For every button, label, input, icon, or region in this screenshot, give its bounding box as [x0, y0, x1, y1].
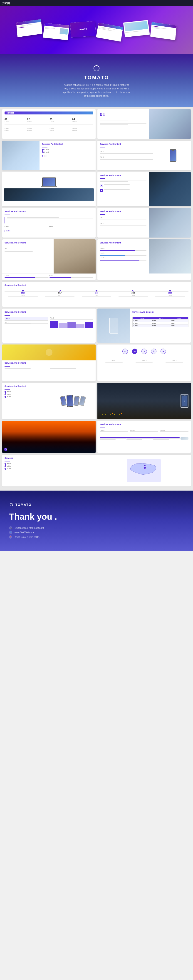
top-bar-logo: 万户图	[2, 2, 10, 5]
svg-point-1	[5, 449, 6, 450]
stat-label-d: d.labels	[72, 121, 93, 123]
slide-connet[interactable]: CONNET 01 a.labels 02 b.labels 03 c.labe…	[2, 109, 96, 139]
ty-brand-name: TOMATO	[16, 503, 32, 506]
slide-city-night[interactable]: ◎	[97, 383, 191, 419]
top-bar: 万户图	[0, 0, 193, 6]
slides-row-7: Services And Content Title 1 Title 2 Tit…	[2, 309, 191, 343]
slides-row-1: CONNET 01 a.labels 02 b.labels 03 c.labe…	[2, 109, 191, 139]
brand-logo-icon	[92, 63, 101, 72]
brand-description: Youth is not a time of life, it is a sta…	[62, 83, 131, 98]
laptop-mockup	[42, 178, 56, 186]
slide-sac-progress[interactable]: Services And Content a.labels b.labels c…	[97, 239, 191, 280]
slide-dual-col[interactable]: Services And Content Title 1 Title 2 Tit…	[2, 309, 96, 343]
thankyou-section: TOMATO Thank you . 📞 14000000000 / 00-00…	[0, 490, 193, 551]
stat-label-b: b.labels	[27, 121, 48, 123]
check-item: ✓b label	[42, 151, 93, 153]
slides-row-2: Services And Content ✓a label ✓b label	[2, 141, 191, 170]
slide-sac-table2[interactable]: Services And Content a labels b labels	[97, 421, 191, 453]
svg-point-0	[94, 65, 99, 71]
sac-title-1: Services And Content	[42, 143, 93, 146]
connet-badge: CONNET	[5, 111, 93, 115]
sac-table-title: Services And Content	[132, 311, 188, 313]
hero-thumb-6[interactable]	[150, 22, 177, 40]
slide-01[interactable]: 01	[97, 109, 191, 139]
sac-table2-title: Services And Content	[100, 423, 188, 426]
stat-label-c: c.labels	[50, 121, 71, 123]
ty-contact-phone: 📞 14000000000 / 00-00000000	[9, 526, 184, 530]
ty-heading: Thank you .	[9, 512, 184, 522]
slide-table[interactable]: Services And Content Title 1Title 2Title…	[97, 309, 191, 343]
slide-sac-city[interactable]: Services And Content ★ ★	[97, 172, 191, 206]
sac-title-text: Services And Content	[5, 210, 93, 213]
phone-icon: 📞	[9, 526, 12, 530]
sac-title-right: Services And Content	[100, 210, 146, 213]
sac-timeline-title: Services And Content	[5, 284, 188, 287]
ty-contact-address: 📍 Youth is not a time of life...	[9, 535, 184, 539]
slide-laptop-city[interactable]	[2, 172, 96, 206]
slide-services-map[interactable]: Services ✓a label ✓b label ✓c label	[2, 455, 191, 487]
sac-progress-title: Services And Content	[100, 242, 146, 244]
hero-section: TOMATO	[0, 6, 193, 54]
slides-row-6: Services And Content 2018 Title 1 2017	[2, 282, 191, 307]
slides-row-8: Services And Content	[2, 345, 191, 381]
slides-row-10: Services And Content a labels b labels	[2, 421, 191, 453]
sac-bright-title: Services And Content	[5, 362, 93, 364]
sac-phones-title: Services And Content	[5, 385, 48, 388]
stat-label-a: a.labels	[5, 121, 26, 123]
slide-sac-text[interactable]: Services And Content a label b label ▶ B…	[2, 208, 96, 237]
slide-bright-img[interactable]: Services And Content	[2, 345, 96, 381]
services-map-title: Services	[5, 457, 94, 460]
web-icon: 🌐	[9, 531, 12, 534]
hero-thumb-3[interactable]: TOMATO	[70, 21, 96, 37]
sac-building-title: Services And Content	[5, 242, 51, 244]
slides-row-9: Services And Content ✓a label ✓b label ✓…	[2, 383, 191, 419]
hero-slides-container: TOMATO	[0, 19, 193, 41]
hero-thumb-1[interactable]	[16, 19, 43, 37]
hero-thumb-4[interactable]	[96, 23, 123, 41]
slide-phones[interactable]: Services And Content ✓a label ✓b label ✓…	[2, 383, 96, 419]
slides-row-3: Services And Content ★ ★	[2, 172, 191, 206]
check-item: ✓a label	[42, 149, 93, 151]
slides-section: CONNET 01 a.labels 02 b.labels 03 c.labe…	[0, 107, 193, 490]
slides-row-11: Services ✓a label ✓b label ✓c label	[2, 455, 191, 487]
slide-building-left[interactable]: Services And Content Title 1 a label b l…	[2, 239, 96, 280]
brand-title: TOMATO	[5, 75, 188, 81]
sac-title-phone: Services And Content	[100, 143, 153, 146]
brand-section: TOMATO Youth is not a time of life, it i…	[0, 54, 193, 107]
ty-contact-web: 🌐 www.0000000.com	[9, 531, 184, 534]
svg-point-4	[144, 465, 146, 466]
slide-sac-phone[interactable]: Services And Content Title 1 Title 2	[97, 141, 191, 170]
slide-full-city[interactable]	[2, 421, 96, 453]
location-icon: 📍	[9, 535, 12, 539]
slide-timeline[interactable]: Services And Content 2018 Title 1 2017	[2, 282, 191, 307]
sac-dual-title: Services And Content	[5, 311, 93, 313]
ty-logo-icon	[9, 502, 14, 508]
svg-point-5	[10, 503, 13, 506]
slide-sac-right-image[interactable]: Services And Content Title 1 Title 2	[97, 208, 191, 237]
slides-row-4: Services And Content a label b label ▶ B…	[2, 208, 191, 237]
slides-row-5: Services And Content Title 1 a label b l…	[2, 239, 191, 280]
hero-thumb-2[interactable]	[43, 23, 70, 40]
hero-thumb-5[interactable]	[123, 20, 150, 37]
ty-logo-row: TOMATO	[9, 502, 184, 508]
sac-title-city: Services And Content	[100, 174, 146, 177]
slide-sac-1[interactable]: Services And Content ✓a label ✓b label	[2, 141, 96, 170]
slide-icons-grid[interactable]: ⌂ ✉ ☁ ⚙ ✦	[97, 345, 191, 381]
